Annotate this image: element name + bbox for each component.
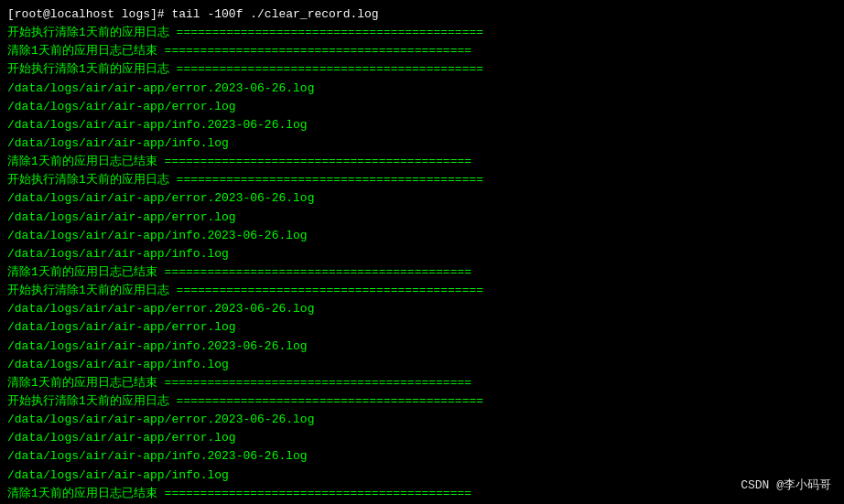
terminal-line: [root@localhost logs]# tail -100f ./clea… (7, 5, 837, 24)
terminal-line: /data/logs/air/air-app/error.log (7, 318, 837, 337)
terminal-line: /data/logs/air/air-app/error.2023-06-26.… (7, 411, 837, 429)
terminal-line: /data/logs/air/air-app/info.2023-06-26.l… (7, 116, 837, 134)
terminal-line: 清除1天前的应用日志已结束 ==========================… (7, 42, 837, 60)
terminal-window: [root@localhost logs]# tail -100f ./clea… (0, 0, 844, 504)
terminal-line: /data/logs/air/air-app/error.2023-06-26.… (7, 300, 837, 318)
terminal-line: 清除1天前的应用日志已结束 ==========================… (7, 485, 837, 503)
terminal-line: /data/logs/air/air-app/error.log (7, 98, 837, 116)
terminal-line: /data/logs/air/air-app/error.2023-06-26.… (7, 80, 837, 98)
terminal-line: 开始执行清除1天前的应用日志 =========================… (7, 392, 837, 411)
terminal-line: /data/logs/air/air-app/error.2023-06-26.… (7, 189, 837, 208)
terminal-line: 开始执行清除1天前的应用日志 =========================… (7, 60, 837, 79)
terminal-line: /data/logs/air/air-app/info.log (7, 356, 837, 374)
terminal-line: 清除1天前的应用日志已结束 ==========================… (7, 153, 837, 171)
terminal-line: /data/logs/air/air-app/info.log (7, 245, 837, 263)
terminal-line: /data/logs/air/air-app/info.log (7, 134, 837, 153)
terminal-line: 开始执行清除1天前的应用日志 =========================… (7, 171, 837, 189)
terminal-line: /data/logs/air/air-app/info.2023-06-26.l… (7, 447, 837, 466)
terminal-line: 清除1天前的应用日志已结束 ==========================… (7, 374, 837, 392)
watermark: CSDN @李小码哥 (741, 477, 831, 495)
terminal-line: /data/logs/air/air-app/info.log (7, 466, 837, 485)
terminal-line: 开始执行清除1天前的应用日志 =========================… (7, 282, 837, 300)
terminal-line: 开始执行清除1天前的应用日志 =========================… (7, 24, 837, 42)
terminal-line: /data/logs/air/air-app/error.log (7, 209, 837, 227)
terminal-line: /data/logs/air/air-app/info.2023-06-26.l… (7, 338, 837, 356)
terminal-line: /data/logs/air/air-app/info.2023-06-26.l… (7, 227, 837, 245)
terminal-line: /data/logs/air/air-app/error.log (7, 429, 837, 447)
terminal-line: 清除1天前的应用日志已结束 ==========================… (7, 263, 837, 282)
